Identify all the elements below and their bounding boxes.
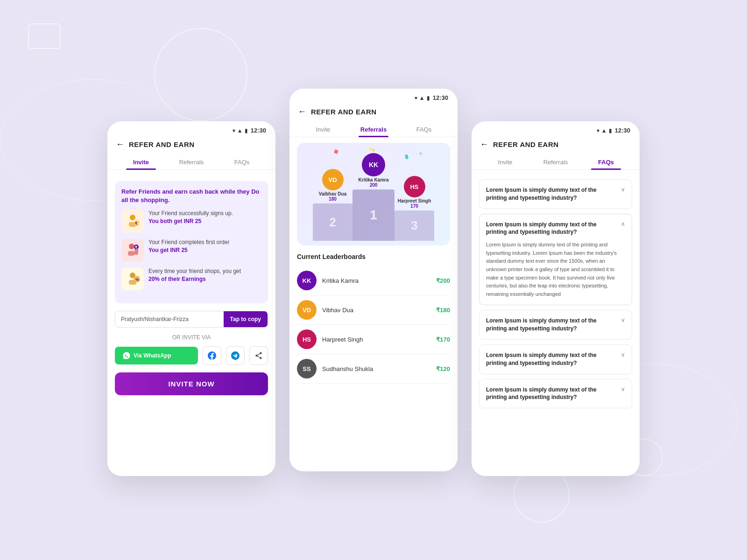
leaderboard-title: Current Leaderboards — [297, 253, 450, 260]
faq-item-4: Lorem Ipsum is simply dummy text of the … — [479, 344, 632, 374]
tabs-3: Invite Referrals FAQs — [472, 155, 640, 170]
tab-referrals-1[interactable]: Referrals — [166, 155, 217, 169]
phone-referrals: ▾ ▲ ▮ 12:30 ← REFER AND EARN Invite Refe… — [289, 89, 458, 471]
lb-item-4: SS Sudhanshu Shukla ₹120 — [297, 354, 450, 384]
header-1: ← REFER AND EARN — [107, 137, 275, 155]
tab-referrals-3[interactable]: Referrals — [530, 155, 581, 169]
step-text-3: Every time your friend shops, you get 20… — [148, 268, 241, 282]
podium-name-hs: Harpreet Singh — [398, 198, 431, 203]
status-icons-3: ▾ ▲ ▮ — [597, 127, 612, 134]
whatsapp-label: Via WhatsApp — [134, 352, 171, 359]
referral-code-row: Pratyush/Nishantkar-Frizza Tap to copy — [115, 311, 268, 328]
telegram-button[interactable] — [226, 346, 245, 365]
status-icons-2: ▾ ▲ ▮ — [415, 95, 430, 101]
lb-item-2: VD Vibhav Dua ₹180 — [297, 295, 450, 325]
promo-title: Refer Friends and earn cash back while t… — [121, 188, 261, 204]
whatsapp-button[interactable]: Via WhatsApp — [115, 347, 198, 364]
tab-faqs-3[interactable]: FAQs — [581, 155, 631, 169]
leaderboard-podium: VD Vaibhav Dua 180 2 KK Kritika Kamra 20… — [297, 143, 450, 245]
faq-header-4: Lorem Ipsum is simply dummy text of the … — [486, 351, 625, 367]
wifi-icon-3: ▾ — [597, 127, 599, 134]
faq-header-1: Lorem Ipsum is simply dummy text of the … — [486, 186, 625, 202]
lb-amount-vd: ₹180 — [436, 307, 450, 314]
podium-wrapper: VD Vaibhav Dua 180 2 KK Kritika Kamra 20… — [302, 152, 445, 241]
podium-3rd: HS Harpreet Singh 170 3 — [395, 176, 434, 241]
tab-invite-3[interactable]: Invite — [480, 155, 530, 169]
tabs-2: Invite Referrals FAQs — [289, 122, 458, 137]
telegram-icon — [231, 351, 240, 360]
step-desc-2: Your Friend completes first order — [148, 239, 230, 245]
phones-container: ▾ ▲ ▮ 12:30 ← REFER AND EARN Invite Refe… — [107, 84, 640, 476]
podium-score-vd: 180 — [329, 196, 337, 202]
copy-button[interactable]: Tap to copy — [224, 311, 268, 327]
faq-item-1: Lorem Ipsum is simply dummy text of the … — [479, 179, 632, 209]
phone-faqs: ▾ ▲ ▮ 12:30 ← REFER AND EARN Invite Refe… — [472, 121, 640, 476]
step-text-1: Your Friend successfully signs up. You b… — [148, 210, 233, 224]
step-reward-3: 20% of their Earnings — [148, 276, 241, 282]
svg-point-3 — [130, 215, 135, 220]
header-2: ← REFER AND EARN — [289, 104, 458, 122]
invite-content: Refer Friends and earn cash back while t… — [107, 175, 275, 401]
lb-avatar-vd: VD — [297, 300, 317, 320]
signal-icon-3: ▲ — [601, 127, 607, 134]
lb-name-hs: Harpreet Singh — [322, 336, 430, 343]
header-3: ← REFER AND EARN — [472, 137, 640, 155]
faq-header-5: Lorem Ipsum is simply dummy text of the … — [486, 386, 625, 402]
status-time-1: 12:30 — [251, 127, 266, 134]
faq-chevron-1[interactable]: ∨ — [621, 186, 625, 193]
faq-header-3: Lorem Ipsum is simply dummy text of the … — [486, 317, 625, 333]
lb-avatar-hs: HS — [297, 329, 317, 349]
lb-avatar-ss: SS — [297, 359, 317, 378]
step-icon-3: % — [121, 268, 144, 290]
avatar-kk-podium: KK — [362, 153, 385, 176]
podium-2nd: VD Vaibhav Dua 180 2 — [313, 169, 352, 241]
faq-chevron-4[interactable]: ∨ — [621, 351, 625, 358]
faq-question-5: Lorem Ipsum is simply dummy text of the … — [486, 386, 617, 402]
lb-amount-kk: ₹200 — [436, 277, 450, 284]
step-icon-1: ₹ — [121, 210, 144, 232]
or-invite-text: OR INVITE VIA — [115, 334, 268, 341]
svg-point-7 — [129, 244, 134, 249]
step-text-2: Your Friend completes first order You ge… — [148, 239, 230, 253]
tab-faqs-1[interactable]: FAQs — [217, 155, 267, 169]
faq-chevron-5[interactable]: ∨ — [621, 386, 625, 392]
status-bar-2: ▾ ▲ ▮ 12:30 — [289, 89, 458, 104]
faq-item-2: Lorem Ipsum is simply dummy text of the … — [479, 214, 632, 306]
share-button[interactable] — [249, 346, 268, 365]
faq-content: Lorem Ipsum is simply dummy text of the … — [472, 175, 640, 417]
podium-name-vd: Vaibhav Dua — [319, 191, 346, 196]
svg-rect-8 — [128, 251, 134, 256]
faq-question-1: Lorem Ipsum is simply dummy text of the … — [486, 186, 617, 202]
facebook-button[interactable] — [203, 346, 221, 365]
battery-icon: ▮ — [245, 127, 248, 134]
tab-faqs-2[interactable]: FAQs — [399, 122, 449, 137]
back-button-1[interactable]: ← — [116, 140, 124, 149]
status-bar-3: ▾ ▲ ▮ 12:30 — [472, 121, 640, 137]
status-time-3: 12:30 — [615, 127, 630, 134]
podium-score-kk: 200 — [370, 182, 378, 188]
lb-name-kk: Kritika Kamra — [322, 277, 430, 284]
lb-item-3: HS Harpreet Singh ₹170 — [297, 325, 450, 354]
avatar-vd-podium: VD — [322, 169, 344, 190]
status-time-2: 12:30 — [433, 94, 448, 101]
podium-name-kk: Kritika Kamra — [358, 177, 388, 182]
step-reward-1: You both get INR 25 — [148, 218, 233, 224]
leaderboard-section: Current Leaderboards KK Kritika Kamra ₹2… — [289, 253, 458, 384]
tab-invite-1[interactable]: Invite — [116, 155, 166, 169]
invite-via-row: Via WhatsApp — [115, 346, 268, 365]
back-button-3[interactable]: ← — [480, 140, 488, 149]
svg-text:%: % — [135, 277, 139, 282]
tab-referrals-2[interactable]: Referrals — [348, 122, 399, 137]
header-title-1: REFER AND EARN — [129, 140, 195, 148]
tab-invite-2[interactable]: Invite — [298, 122, 348, 137]
invite-now-button[interactable]: INVITE NOW — [115, 372, 268, 395]
faq-question-4: Lorem Ipsum is simply dummy text of the … — [486, 351, 617, 367]
battery-icon-2: ▮ — [427, 95, 430, 101]
back-button-2[interactable]: ← — [298, 107, 306, 117]
whatsapp-icon — [122, 351, 131, 360]
faq-chevron-3[interactable]: ∨ — [621, 317, 625, 323]
faq-chevron-2[interactable]: ∧ — [621, 221, 625, 227]
podium-1st: KK Kritika Kamra 200 1 — [352, 148, 395, 241]
crown-icon — [372, 148, 375, 152]
faq-item-5: Lorem Ipsum is simply dummy text of the … — [479, 379, 632, 409]
